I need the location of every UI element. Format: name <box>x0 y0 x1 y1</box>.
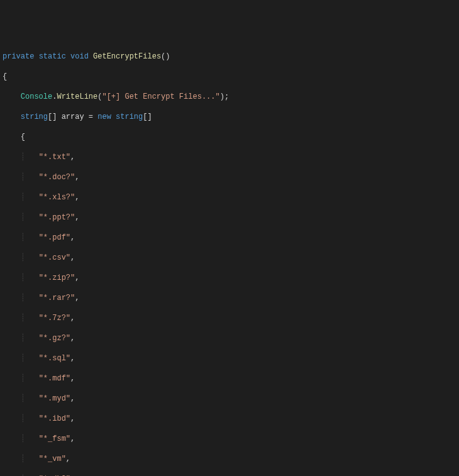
code-line: ┊ "*.pdf", <box>3 233 456 243</box>
code-line: { <box>3 72 456 82</box>
code-line: ┊ "*.doc?", <box>3 172 456 182</box>
code-line: ┊ "*.myd", <box>3 394 456 404</box>
code-editor[interactable]: private static void GetEncryptFiles() { … <box>0 40 459 476</box>
code-line: string[] array = new string[] <box>3 112 456 122</box>
code-line: ┊ "*.7z?", <box>3 313 456 323</box>
code-line: private static void GetEncryptFiles() <box>3 52 456 62</box>
code-line: ┊ "*.gz?", <box>3 333 456 343</box>
code-line: Console.WriteLine("[+] Get Encrypt Files… <box>3 92 456 102</box>
code-line: { <box>3 132 456 142</box>
code-line: ┊ "*.txt", <box>3 152 456 162</box>
code-line: ┊ "*.mdf", <box>3 374 456 384</box>
code-line: ┊ "*.xls?", <box>3 192 456 202</box>
code-line: ┊ "*.ibd", <box>3 414 456 424</box>
code-line: ┊ "*_vm", <box>3 454 456 464</box>
code-line: ┊ "*.rar?", <box>3 293 456 303</box>
code-line: ┊ "*_fsm", <box>3 434 456 444</box>
code-line: ┊ "*.zip?", <box>3 273 456 283</box>
code-line: ┊ "*.csv", <box>3 253 456 263</box>
code-line: ┊ "*.ppt?", <box>3 213 456 223</box>
code-line: ┊ "*.sql", <box>3 353 456 363</box>
